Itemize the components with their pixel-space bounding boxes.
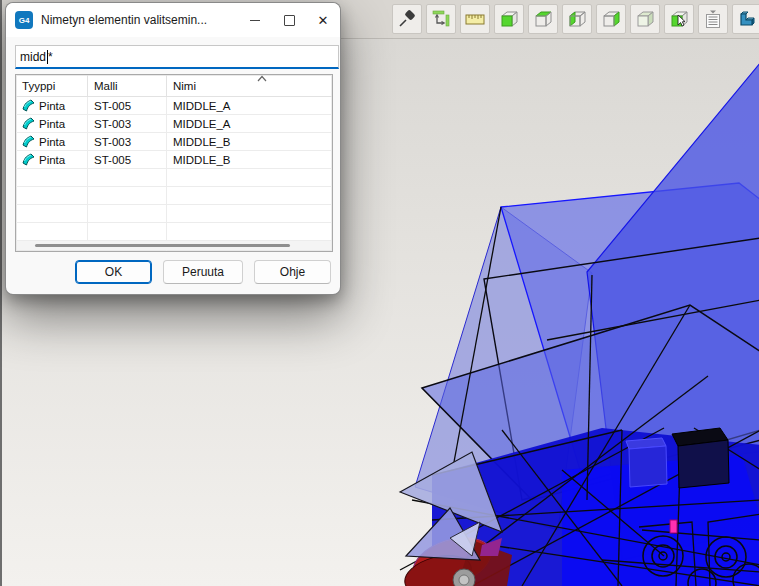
cell-name	[167, 223, 332, 240]
surface-icon	[22, 153, 35, 166]
solid-bracket-icon[interactable]	[732, 4, 759, 34]
table-row[interactable]	[16, 205, 332, 223]
cell-model	[88, 223, 167, 240]
cell-type: Pinta	[39, 118, 65, 130]
scrollbar-thumb[interactable]	[35, 244, 290, 247]
header-type[interactable]: Tyyppi	[16, 75, 88, 96]
cell-model: ST-005	[88, 97, 167, 114]
cube-top-face-icon[interactable]	[528, 4, 558, 34]
cell-type: Pinta	[39, 100, 65, 112]
cell-model: ST-003	[88, 133, 167, 150]
search-wildcard: *	[48, 50, 53, 64]
pin-icon[interactable]	[392, 4, 422, 34]
cancel-button[interactable]: Peruuta	[163, 260, 243, 284]
cell-name: MIDDLE_B	[167, 151, 332, 168]
table-row[interactable]	[16, 187, 332, 205]
surface-icon	[22, 135, 35, 148]
cell-name: MIDDLE_A	[167, 115, 332, 132]
cell-model: ST-003	[88, 115, 167, 132]
table-body: Pinta ST-005 MIDDLE_A Pinta ST-003 MIDDL…	[16, 97, 332, 252]
cell-model	[88, 205, 167, 222]
dialog-button-row: OK Peruuta Ohje	[6, 260, 340, 284]
cube-right-face-icon[interactable]	[596, 4, 626, 34]
cell-type: Pinta	[39, 154, 65, 166]
cell-model	[88, 187, 167, 204]
cell-name	[167, 169, 332, 186]
table-header: Tyyppi Malli Nimi	[16, 75, 332, 97]
cube-left-face-icon[interactable]	[562, 4, 592, 34]
cell-name	[167, 205, 332, 222]
table-row[interactable]: Pinta ST-005 MIDDLE_B	[16, 151, 332, 169]
cell-model: ST-005	[88, 151, 167, 168]
header-model[interactable]: Malli	[88, 75, 167, 96]
search-text: midd	[20, 50, 46, 64]
close-icon[interactable]: ✕	[306, 5, 340, 35]
results-table[interactable]: Tyyppi Malli Nimi Pinta ST-005 MIDDLE_A	[15, 74, 333, 252]
cell-name: MIDDLE_B	[167, 133, 332, 150]
magenta-marker	[670, 520, 677, 533]
minimize-icon[interactable]	[238, 5, 272, 35]
app-logo-g4: G4	[15, 11, 33, 29]
select-face-icon[interactable]	[664, 4, 694, 34]
header-name[interactable]: Nimi	[167, 75, 332, 96]
cube-front-face-icon[interactable]	[494, 4, 524, 34]
ok-button[interactable]: OK	[75, 260, 152, 284]
horizontal-scrollbar[interactable]	[17, 241, 331, 250]
cell-name: MIDDLE_A	[167, 97, 332, 114]
cell-type: Pinta	[39, 136, 65, 148]
surface-icon	[22, 117, 35, 130]
search-input[interactable]: midd*	[15, 45, 339, 69]
sort-ascending-icon[interactable]	[256, 75, 268, 82]
table-row[interactable]: Pinta ST-003 MIDDLE_B	[16, 133, 332, 151]
table-row[interactable]	[16, 223, 332, 241]
maximize-icon[interactable]	[272, 5, 306, 35]
surface-icon	[22, 99, 35, 112]
document-list-icon[interactable]	[698, 4, 728, 34]
top-toolbar	[340, 0, 759, 39]
help-button[interactable]: Ohje	[254, 260, 331, 284]
table-row[interactable]: Pinta ST-005 MIDDLE_A	[16, 97, 332, 115]
measure-icon[interactable]	[426, 4, 456, 34]
dialog-title: Nimetyn elementin valitsemin...	[41, 13, 238, 27]
cell-model	[88, 169, 167, 186]
cell-name	[167, 187, 332, 204]
table-row[interactable]	[16, 169, 332, 187]
dialog-titlebar[interactable]: G4 Nimetyn elementin valitsemin... ✕	[6, 3, 340, 37]
ruler-icon[interactable]	[460, 4, 490, 34]
named-element-dialog: G4 Nimetyn elementin valitsemin... ✕ mid…	[5, 2, 341, 295]
solid-cube-icon[interactable]	[630, 4, 660, 34]
table-row[interactable]: Pinta ST-003 MIDDLE_A	[16, 115, 332, 133]
